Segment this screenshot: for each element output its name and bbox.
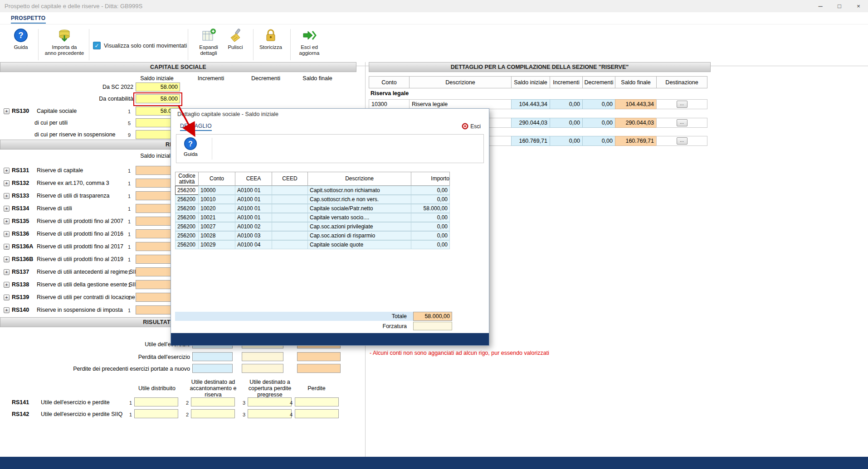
cell-saldo-iniziale[interactable]: 160.769,71 <box>511 136 550 146</box>
cell-decrementi[interactable]: 0,00 <box>582 99 615 109</box>
cell-saldo-finale[interactable]: 104.443,34 <box>615 99 657 109</box>
field-perdita-incrementi[interactable] <box>242 352 283 361</box>
guida-icon: ? <box>13 28 29 43</box>
window-controls: ─ □ × <box>811 0 868 12</box>
pulisci-icon <box>228 28 243 43</box>
dialog-guida-button[interactable]: ? Guida <box>184 137 198 157</box>
group-riserva-legale: Riserva legale <box>371 90 409 97</box>
totale-label: Totale <box>343 313 407 319</box>
storicizza-button[interactable]: Storicizza <box>255 28 287 50</box>
cell-saldo-iniziale[interactable]: 104.443,34 <box>511 99 550 109</box>
pulisci-button[interactable]: Pulisci <box>221 28 250 50</box>
expand-icon[interactable]: + <box>4 256 10 262</box>
field-rs142-3[interactable] <box>248 409 292 418</box>
field-rs142-1[interactable] <box>134 409 178 418</box>
dialog-table-row[interactable]: 256200 10010 A0100 01 Cap.sottoscr.rich.… <box>175 195 450 204</box>
expand-icon[interactable]: + <box>4 108 10 114</box>
esci-aggiorna-button[interactable]: Esci ed aggiorna <box>293 28 326 56</box>
toolbar-separator <box>188 29 188 60</box>
close-button[interactable]: × <box>849 0 868 12</box>
dialog-table-row[interactable]: 256200 10000 A0100 01 Capit.sottoscr.non… <box>175 186 450 195</box>
toolbar-separator <box>253 29 254 60</box>
field-rs141-2[interactable] <box>191 397 235 406</box>
field-perdite-prec-incrementi[interactable] <box>242 364 283 373</box>
col-incrementi: Incrementi <box>188 75 234 82</box>
dialog-toolbar: ? Guida <box>176 134 484 163</box>
cell-saldo-finale[interactable]: 160.769,71 <box>615 136 657 146</box>
warning-text: - Alcuni conti non sono agganciati ad al… <box>370 350 549 356</box>
dialog-table-row[interactable]: 256200 10029 A0100 04 Capitale sociale q… <box>175 240 450 249</box>
field-perdite-prec-saldo-finale[interactable] <box>297 364 341 373</box>
destinazione-button[interactable]: ... <box>677 101 688 108</box>
right-table-header: Conto Descrizione Saldo iniziale Increme… <box>369 76 707 88</box>
importa-button[interactable]: Importa da anno precedente <box>42 28 87 56</box>
field-perdita-saldo-finale[interactable] <box>297 352 341 361</box>
cell-saldo-iniziale[interactable]: 290.044,03 <box>511 118 550 128</box>
expand-icon[interactable]: + <box>4 206 10 212</box>
importa-icon <box>57 28 72 43</box>
dialog-dettaglio-capitale: Dettaglio capitale sociale - Saldo inizi… <box>171 108 489 346</box>
col-saldo-iniziale: Saldo iniziale <box>134 75 180 82</box>
status-bar <box>0 457 868 469</box>
title-bar: Prospetto del capitale e delle riserve -… <box>0 0 868 12</box>
cell-incrementi[interactable]: 0,00 <box>550 118 583 128</box>
row-perdite-precedenti: Perdite dei precedenti esercizi portate … <box>0 363 356 375</box>
destinazione-button[interactable]: ... <box>677 137 688 145</box>
visualizza-label: Visualizza solo conti movimentati <box>104 43 187 49</box>
field-rs141-1[interactable] <box>134 397 178 406</box>
maximize-button[interactable]: □ <box>830 0 849 12</box>
dialog-table-header: Codice attività Conto CEEA CEED Descrizi… <box>175 172 450 186</box>
expand-icon[interactable]: + <box>4 244 10 250</box>
cell-decrementi[interactable]: 0,00 <box>582 136 615 146</box>
cell-incrementi[interactable]: 0,00 <box>550 99 583 109</box>
menu-prospetto[interactable]: PROSPETTO <box>11 15 46 24</box>
dialog-esci-button[interactable]: Esci <box>462 123 481 130</box>
visualizza-checkbox-group: ✓ Visualizza solo conti movimentati <box>93 42 187 49</box>
esci-aggiorna-icon <box>302 28 317 43</box>
expand-icon[interactable]: + <box>4 193 10 199</box>
cell-saldo-finale[interactable]: 290.044,03 <box>615 118 657 128</box>
col-utile-distribuito: Utile distribuito <box>130 385 184 392</box>
field-perdita-saldo-iniziale[interactable] <box>192 352 233 361</box>
row-rs142: RS142 Utile dell'esercizio e perdite SII… <box>0 409 356 421</box>
cell-incrementi[interactable]: 0,00 <box>550 136 583 146</box>
dialog-table-row[interactable]: 256200 10020 A0100 01 Capitale sociale/P… <box>175 204 450 213</box>
row-label: Capitale sociale <box>37 108 77 114</box>
col-perdite: Perdite <box>289 385 344 392</box>
col-utile-accantonamento: Utile destinato ad accantonamento e rise… <box>186 379 240 398</box>
app-window: Prospetto del capitale e delle riserve -… <box>0 0 868 469</box>
svg-text:?: ? <box>19 31 24 40</box>
expand-icon[interactable]: + <box>4 231 10 237</box>
row-perdita-esercizio: Perdita dell'esercizio <box>0 352 356 363</box>
forzatura-field[interactable] <box>413 322 452 330</box>
window-title: Prospetto del capitale e delle riserve -… <box>0 3 811 10</box>
expand-icon[interactable]: + <box>4 282 10 288</box>
dialog-toolbar-separator <box>212 138 212 160</box>
expand-icon[interactable]: + <box>4 218 10 224</box>
field-rs141-3[interactable] <box>248 397 292 406</box>
field-perdite-prec-saldo-iniziale[interactable] <box>192 364 233 373</box>
dialog-table-row[interactable]: 256200 10027 A0100 02 Cap.soc.azioni pri… <box>175 222 450 231</box>
row-rs141: RS141 Utile dell'esercizio e perdite 1 2… <box>0 397 356 409</box>
expand-icon[interactable]: + <box>4 180 10 186</box>
expand-icon[interactable]: + <box>4 295 10 300</box>
visualizza-checkbox[interactable]: ✓ <box>93 42 101 49</box>
field-rs141-4[interactable] <box>295 397 339 406</box>
cell-decrementi[interactable]: 0,00 <box>582 118 615 128</box>
annotation-red-arrow <box>171 103 200 138</box>
expand-icon[interactable]: + <box>4 307 10 313</box>
minimize-button[interactable]: ─ <box>811 0 830 12</box>
field-rs142-4[interactable] <box>295 409 339 418</box>
expand-icon[interactable]: + <box>4 269 10 275</box>
guida-button[interactable]: ? Guida <box>7 28 35 50</box>
toolbar-separator <box>89 29 89 60</box>
expand-icon[interactable]: + <box>4 168 10 174</box>
field-da-sc-2022[interactable]: 58.000 <box>136 82 180 92</box>
col-saldo-finale: Saldo finale <box>295 75 340 82</box>
dialog-table-row[interactable]: 256200 10021 A0100 01 Capitale versato s… <box>175 213 450 222</box>
destinazione-button[interactable]: ... <box>677 119 688 126</box>
field-rs142-2[interactable] <box>191 409 235 418</box>
dialog-table-row[interactable]: 256200 10028 A0100 03 Cap.soc.azioni di … <box>175 231 450 240</box>
col-utile-copertura: Utile destinato a copertura perdite preg… <box>243 379 297 398</box>
espandi-dettagli-icon <box>201 28 216 43</box>
